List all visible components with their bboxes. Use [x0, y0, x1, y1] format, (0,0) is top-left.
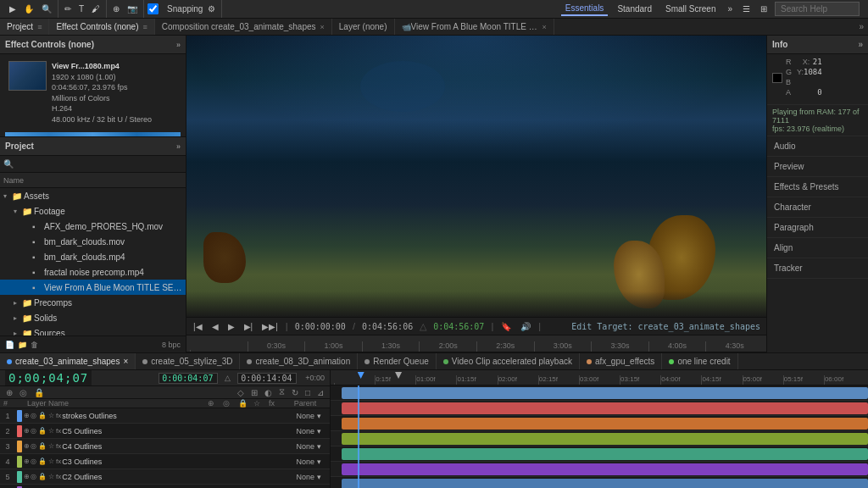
tree-item-afxdemo[interactable]: ▪AFX_demo_PRORES_HQ.mov	[0, 219, 186, 234]
tl-frame-blend[interactable]: ⧖	[276, 386, 287, 398]
layer-fx-icon[interactable]: fx	[56, 473, 61, 480]
tab-comp[interactable]: Composition create_03_animate_shapes ×	[155, 19, 332, 35]
viewer-first-frame[interactable]: |◀	[190, 321, 206, 332]
comp-tab-create08[interactable]: create_08_3D_animation	[240, 353, 358, 369]
tl-time-input[interactable]	[159, 373, 218, 384]
timeline-ruler[interactable]: Time Marker relative to start of footage…	[186, 336, 766, 352]
new-item-icon[interactable]: 📄	[5, 341, 14, 349]
hand-tool[interactable]: ✋	[21, 3, 36, 14]
tree-item-fractal[interactable]: ▪fractal noise precomp.mp4	[0, 264, 186, 280]
viewer-next-frame[interactable]: ▶|	[241, 321, 257, 332]
layer-enable-icon[interactable]: ⊕	[24, 458, 30, 465]
delete-icon[interactable]: 🗑	[31, 341, 38, 349]
folder-icon-btn[interactable]: 📁	[18, 341, 27, 349]
tl-graph-editor[interactable]: ⊞	[248, 387, 260, 398]
tl-keyframe-nav[interactable]: ◇	[235, 387, 247, 398]
tl-track-6[interactable]	[331, 462, 868, 477]
layer-solo-icon[interactable]: ◎	[31, 473, 36, 480]
layer-enable-icon[interactable]: ⊕	[24, 427, 30, 435]
layer-fx-icon[interactable]: fx	[56, 427, 61, 435]
tl-draft-3d[interactable]: □	[303, 387, 313, 398]
search-input[interactable]	[775, 2, 860, 16]
tl-duration-input[interactable]	[237, 373, 297, 384]
comp-tab-videoclip2[interactable]: Video Clip accelerated playback	[437, 353, 580, 369]
layer-fx-icon[interactable]: fx	[56, 458, 61, 465]
tab-layer[interactable]: Layer (none)	[332, 19, 395, 35]
layer-star-icon[interactable]: ☆	[48, 412, 54, 419]
comp-tab-oneline[interactable]: one line credit	[662, 353, 737, 369]
tl-renderer[interactable]: ⊿	[314, 387, 326, 398]
viewer[interactable]	[186, 36, 766, 317]
layer-lock-icon[interactable]: 🔒	[38, 458, 47, 465]
anchor-tool[interactable]: ⊕	[110, 3, 122, 14]
tl-enable-all[interactable]: ⊕	[3, 387, 15, 398]
project-search-input[interactable]	[16, 159, 182, 169]
viewer-markers[interactable]: 🔖	[498, 321, 515, 332]
workspace-expand[interactable]: »	[725, 3, 735, 14]
tree-item-sources[interactable]: ▸📁Sources	[0, 325, 186, 336]
tree-item-solids[interactable]: ▸📁Solids	[0, 310, 186, 325]
layer-enable-icon[interactable]: ⊕	[24, 442, 30, 450]
tab-footage-close[interactable]: ×	[542, 23, 547, 31]
tl-track-2[interactable]	[331, 401, 868, 416]
viewer-play[interactable]: ▶	[225, 321, 238, 332]
right-panel-item-preview[interactable]: Preview	[767, 157, 868, 177]
tl-live-update[interactable]: ↻	[289, 387, 301, 398]
right-panel-item-paragraph[interactable]: Paragraph	[767, 218, 868, 238]
tree-item-bmdark1[interactable]: ▪bm_dark_clouds.mov	[0, 234, 186, 249]
tab-effect-close[interactable]: ≡	[142, 23, 147, 31]
right-panel-item-audio[interactable]: Audio	[767, 136, 868, 157]
layer-enable-icon[interactable]: ⊕	[24, 412, 30, 419]
layer-star-icon[interactable]: ☆	[48, 442, 54, 450]
layer-star-icon[interactable]: ☆	[48, 427, 54, 435]
layer-lock-icon[interactable]: 🔒	[38, 473, 47, 480]
plus-btn[interactable]: +0:00	[305, 374, 325, 382]
right-panel-item-effects-presets[interactable]: Effects & Presets	[767, 177, 868, 197]
brush-tool[interactable]: 🖌	[89, 3, 103, 14]
effect-panel-expand[interactable]: »	[176, 41, 181, 49]
viewer-audio[interactable]: 🔊	[517, 321, 534, 332]
comp-tab-create03[interactable]: create_03_animate_shapes×	[0, 353, 136, 369]
snapping-options[interactable]: ⚙	[205, 3, 218, 14]
comp-tab-close[interactable]: ×	[123, 357, 128, 366]
tree-item-bmdark2[interactable]: ▪bm_dark_clouds.mp4	[0, 249, 186, 264]
text-tool[interactable]: T	[76, 3, 86, 14]
workspace-settings[interactable]: ⊞	[758, 3, 770, 14]
layer-lock-icon[interactable]: 🔒	[38, 412, 47, 419]
tab-comp-close[interactable]: ×	[320, 23, 325, 31]
project-panel-expand[interactable]: »	[176, 142, 181, 151]
viewer-last-frame[interactable]: ▶▶|	[259, 321, 281, 332]
tab-project-close[interactable]: ≡	[37, 23, 42, 31]
viewer-prev-frame[interactable]: ◀	[209, 321, 222, 332]
tl-solo-all[interactable]: ◎	[17, 387, 30, 398]
snapping-checkbox[interactable]	[147, 3, 159, 14]
tab-footage[interactable]: 📹 View From A Blue Moon TITLE SEQUENCE_1…	[395, 19, 554, 35]
layer-solo-icon[interactable]: ◎	[31, 427, 36, 435]
right-panel-item-tracker[interactable]: Tracker	[767, 258, 868, 279]
layer-lock-icon[interactable]: 🔒	[38, 442, 47, 450]
comp-tab-renderq[interactable]: Render Queue	[358, 353, 437, 369]
workspace-menu[interactable]: ☰	[740, 3, 753, 14]
pen-tool[interactable]: ✏	[62, 3, 74, 14]
tree-item-assets[interactable]: ▾📁Assets	[0, 188, 186, 203]
tl-motion-blur[interactable]: ◐	[262, 387, 275, 398]
tree-item-precomps[interactable]: ▸📁Precomps	[0, 295, 186, 310]
tl-layer-6[interactable]: 6 ⊕ ◎ 🔒 ☆ fx C1 Outlines None ▾	[0, 485, 330, 488]
tl-track-3[interactable]	[331, 416, 868, 431]
layer-solo-icon[interactable]: ◎	[31, 458, 36, 465]
tab-project[interactable]: Project ≡	[0, 19, 49, 35]
selection-tool[interactable]: ▶	[7, 3, 19, 14]
tl-track-5[interactable]	[331, 446, 868, 462]
layer-solo-icon[interactable]: ◎	[31, 412, 36, 419]
layer-star-icon[interactable]: ☆	[48, 458, 54, 465]
workspace-essentials[interactable]: Essentials	[561, 2, 609, 16]
tab-effect-controls[interactable]: Effect Controls (none) ≡	[49, 19, 154, 35]
layer-fx-icon[interactable]: fx	[56, 412, 61, 419]
workspace-smallscreen[interactable]: Small Screen	[661, 3, 720, 15]
right-panel-item-align[interactable]: Align	[767, 238, 868, 258]
tl-track-1[interactable]	[331, 385, 868, 401]
tl-track-4[interactable]	[331, 431, 868, 446]
tl-lock-all[interactable]: 🔒	[31, 387, 47, 398]
info-expand[interactable]: »	[858, 40, 863, 49]
tl-layer-1[interactable]: 1 ⊕ ◎ 🔒 ☆ fx strokes Outlines None ▾	[0, 408, 330, 424]
